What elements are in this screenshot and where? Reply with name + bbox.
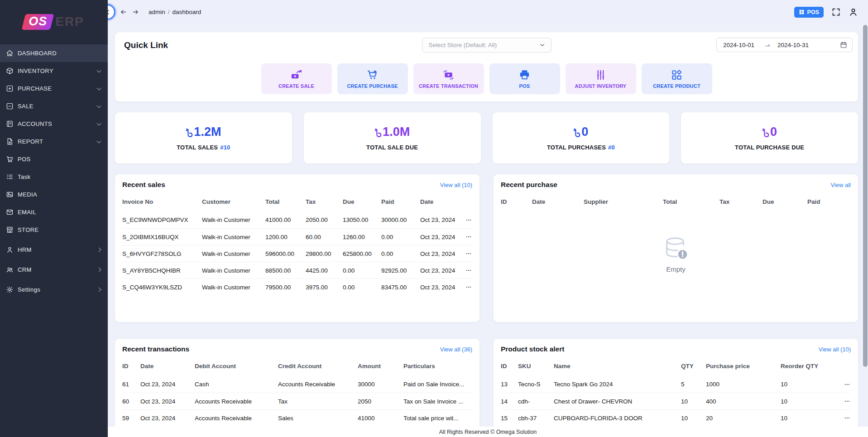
cell-due: 0.00 (343, 267, 381, 274)
column-header: Tax (719, 198, 762, 205)
row-actions-button[interactable] (465, 234, 472, 240)
product-stock-alert-headers: IDSKUNameQTYPurchase priceReorder QTY (501, 356, 851, 376)
recent-purchase-view-all-link[interactable]: View all (830, 182, 851, 188)
quick-button-create-sale[interactable]: CREATE SALE (261, 63, 332, 94)
cell-amount: 41000 (358, 415, 403, 422)
cell-id: 61 (122, 381, 140, 388)
calendar-icon[interactable] (840, 41, 847, 48)
sidebar-item-hrm[interactable]: HRM (0, 241, 108, 259)
stat-count-link[interactable]: #10 (220, 144, 230, 151)
date-from[interactable]: 2024-10-01 (723, 42, 754, 48)
quick-button-create-transaction[interactable]: CREATE TRANSACTION (413, 63, 484, 94)
cell-due: 625800.00 (343, 250, 381, 257)
media-image-icon (6, 191, 14, 198)
sidebar-item-crm[interactable]: CRM (0, 261, 108, 279)
pos-button[interactable]: POS (794, 7, 824, 18)
fullscreen-icon[interactable] (831, 7, 841, 17)
column-header: Name (554, 363, 681, 370)
stat-count-link[interactable]: #0 (608, 144, 615, 151)
stat-value: 0 (762, 125, 777, 139)
sidebar-item-report[interactable]: REPORT (0, 133, 108, 150)
cell-tax: 29800.00 (306, 250, 343, 257)
quick-button-adjust-inventory[interactable]: ADJUST INVENTORY (566, 63, 636, 94)
date-to[interactable]: 2024-10-31 (777, 42, 809, 48)
user-icon[interactable] (849, 7, 858, 17)
quick-button-label: CREATE PURCHASE (347, 83, 398, 89)
date-range-picker[interactable]: 2024-10-01 2024-10-31 (716, 38, 853, 52)
chevron-icon (97, 288, 101, 292)
mail-icon (6, 208, 14, 216)
row-actions-button[interactable] (844, 415, 851, 421)
sidebar-item-store[interactable]: STORE (0, 221, 108, 239)
money-growth-icon (290, 69, 302, 81)
cell-paid: 0.00 (381, 234, 420, 240)
cell-purchase-price: 1000 (706, 381, 781, 388)
cart-plus-icon (366, 69, 379, 81)
stat-card-total-purchase-due: 0 TOTAL PURCHASE DUE (681, 112, 858, 164)
quick-button-create-purchase[interactable]: CREATE PURCHASE (337, 63, 408, 94)
column-header: Tax (306, 198, 343, 205)
table-row: S_CQ46W3YK9LSZD Walk-in Customer 79500.0… (122, 279, 472, 295)
cell-total: 1200.00 (265, 234, 306, 240)
sidebar-item-accounts[interactable]: ACCOUNTS (0, 115, 108, 133)
sidebar-item-label: MEDIA (18, 191, 37, 198)
footer: All Rights Reserved © Omega Solution (108, 427, 868, 437)
sidebar-item-sale[interactable]: SALE (0, 97, 108, 115)
cell-customer: Walk-in Customer (202, 250, 265, 257)
cell-customer: Walk-in Customer (202, 284, 265, 291)
pos-button-label: POS (807, 9, 819, 15)
chevron-icon (97, 139, 101, 143)
cell-purchase-price: 20 (706, 415, 781, 422)
quick-button-pos[interactable]: POS (489, 63, 560, 94)
tables-row-2: Recent transactions View all (36) IDDate… (115, 338, 858, 437)
stat-value: 1.2M (186, 125, 221, 139)
cell-reorder-qty: 10 (781, 398, 839, 405)
row-actions-button[interactable] (844, 381, 851, 388)
sidebar-item-dashboard[interactable]: DASHBOARD (0, 44, 108, 62)
row-actions-button[interactable] (465, 267, 472, 274)
recent-transactions-rows: 61 Oct 23, 2024 Cash Accounts Receivable… (122, 376, 472, 426)
quick-button-create-product[interactable]: CREATE PRODUCT (642, 63, 712, 94)
sidebar-item-task[interactable]: Task (0, 168, 108, 186)
stat-label: TOTAL SALES #10 (177, 144, 230, 151)
store-select[interactable]: Select Store (Default: All) (422, 38, 551, 53)
sidebar-item-label: Task (18, 173, 30, 180)
table-row: 61 Oct 23, 2024 Cash Accounts Receivable… (122, 376, 472, 393)
row-actions-button[interactable] (465, 217, 472, 223)
sidebar-item-media[interactable]: MEDIA (0, 186, 108, 203)
sidebar-item-pos[interactable]: POS (0, 150, 108, 168)
row-actions-button[interactable] (465, 250, 472, 257)
row-actions-button[interactable] (465, 284, 472, 290)
taka-symbol-icon (186, 127, 193, 138)
cell-qty: 10 (681, 398, 706, 405)
forward-arrow-icon[interactable] (132, 8, 139, 16)
cell-credit: Accounts Receivable (278, 381, 358, 388)
cell-id: 13 (501, 381, 518, 388)
sidebar-item-settings[interactable]: Settings (0, 281, 108, 298)
chevron-icon (97, 86, 101, 90)
column-header: ID (501, 198, 532, 205)
sidebar-item-inventory[interactable]: INVENTORY (0, 62, 108, 80)
product-stock-alert-view-all-link[interactable]: View all (10) (819, 346, 851, 353)
scrollbar-thumb[interactable] (863, 25, 868, 367)
stat-label: TOTAL SALE DUE (366, 144, 418, 151)
sidebar-item-purchase[interactable]: PURCHASE (0, 80, 108, 97)
sidebar-item-label: PURCHASE (18, 85, 52, 92)
row-actions-button[interactable] (844, 398, 851, 404)
product-stock-alert-title: Product stock alert (501, 345, 564, 353)
plus-square-icon (6, 85, 14, 92)
recent-transactions-view-all-link[interactable]: View all (36) (440, 346, 472, 353)
cell-id: 60 (122, 398, 140, 405)
breadcrumb-page[interactable]: dashboard (173, 9, 201, 15)
app-logo[interactable]: OS ERP (0, 0, 108, 44)
sidebar-item-email[interactable]: EMAIL (0, 203, 108, 221)
recent-sales-view-all-link[interactable]: View all (10) (440, 182, 472, 188)
table-row: 14 cdh- Chest of Drawer- CHEVRON 10 400 … (501, 393, 851, 409)
cell-qty: 5 (681, 381, 706, 388)
sliders-icon (595, 69, 607, 81)
breadcrumb-section[interactable]: admin (149, 9, 165, 15)
recent-transactions-headers: IDDateDebit AccountCredit AccountAmountP… (122, 356, 472, 376)
back-arrow-icon[interactable] (120, 8, 127, 16)
recent-sales-title: Recent sales (122, 181, 165, 189)
people-icon (6, 266, 14, 274)
